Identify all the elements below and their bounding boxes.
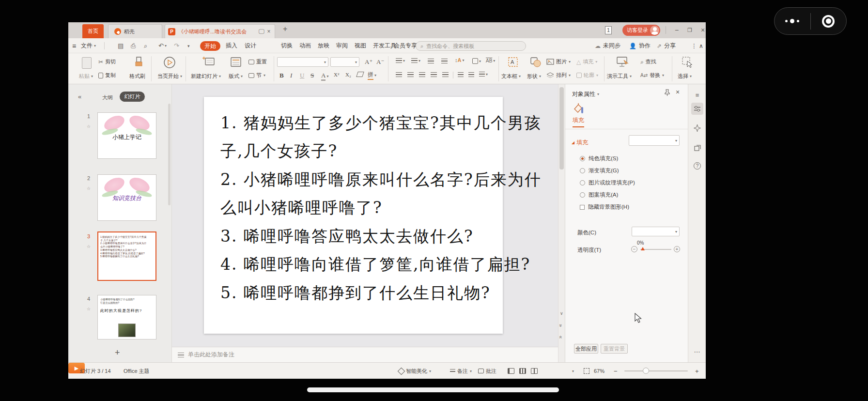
checkbox-hide-background[interactable]: 隐藏背景图形(H) bbox=[580, 203, 629, 211]
align-center-button[interactable] bbox=[407, 72, 414, 78]
canvas-scrollbar[interactable]: ∨ » « bbox=[558, 84, 565, 362]
format-painter-label-row[interactable]: 格式刷 bbox=[129, 73, 145, 80]
find-button[interactable]: ⌕查找 bbox=[640, 58, 656, 65]
select-icon-area[interactable] bbox=[682, 56, 693, 69]
strikethrough-button[interactable]: S bbox=[310, 72, 314, 79]
distribute-button[interactable] bbox=[442, 72, 449, 78]
scroll-down-icon[interactable]: ∨ bbox=[560, 311, 563, 316]
print-icon[interactable]: ⎙ bbox=[131, 38, 136, 53]
align-left-button[interactable] bbox=[396, 72, 402, 78]
notes-bar[interactable]: 单击此处添加备注 bbox=[172, 347, 558, 362]
collapse-ribbon-icon[interactable]: ∧ bbox=[699, 38, 703, 53]
theme-name[interactable]: Office 主题 bbox=[124, 363, 150, 379]
font-size-combo[interactable]: ▾ bbox=[330, 57, 359, 67]
zoom-slider-knob[interactable] bbox=[643, 368, 649, 374]
paste-button[interactable] bbox=[82, 57, 92, 70]
bold-button[interactable]: B bbox=[279, 72, 284, 79]
switch-panel-icon[interactable] bbox=[691, 141, 703, 154]
new-slide-label-row[interactable]: 新建幻灯片▾ bbox=[191, 73, 221, 80]
zoom-out-button[interactable]: − bbox=[614, 363, 618, 379]
smart-beautify-button[interactable]: 智能美化▾ bbox=[399, 363, 431, 379]
ribbon-tab-member[interactable]: 会员专享 bbox=[394, 38, 417, 53]
increase-indent-button[interactable] bbox=[441, 58, 448, 65]
play-from-current-button[interactable] bbox=[163, 56, 176, 70]
properties-tool-icon-active[interactable] bbox=[691, 103, 703, 115]
home-indicator[interactable] bbox=[307, 387, 559, 392]
fill-button[interactable]: △填充▾ bbox=[576, 58, 597, 65]
reset-background-button[interactable]: 重置背景 bbox=[601, 344, 628, 354]
save-icon[interactable]: ▤ bbox=[118, 38, 124, 53]
close-tab-icon[interactable]: × bbox=[267, 28, 271, 35]
transparency-track[interactable] bbox=[640, 249, 671, 250]
decrease-indent-button[interactable] bbox=[428, 58, 434, 65]
collaborate-button[interactable]: 👤 协作 bbox=[629, 38, 651, 53]
slide-thumbnail-3-selected[interactable]: 1.猪妈妈生了多少个猪宝宝?其中几个男孩 子,几个女孩子? 2.小猪唏哩呼噜原来… bbox=[97, 231, 156, 281]
undo-icon[interactable]: ↶▾ bbox=[158, 38, 167, 53]
numbered-list-button[interactable]: ▾ bbox=[411, 58, 420, 63]
more-options-icon[interactable] bbox=[775, 19, 810, 23]
print-preview-icon[interactable]: ⌕ bbox=[144, 38, 147, 53]
restore-button[interactable]: ❐ bbox=[683, 24, 696, 36]
share-button[interactable]: ⇗ 分享 bbox=[657, 38, 676, 53]
char-spacing-button[interactable]: AB▾ bbox=[486, 58, 495, 63]
tab-document[interactable]: P 《小猪唏哩呼...噜读书交流会 🖵 × bbox=[165, 24, 275, 38]
textbox-button[interactable]: 文本框▾ bbox=[501, 73, 521, 80]
font-family-combo[interactable]: ▾ bbox=[277, 57, 328, 67]
font-color-button[interactable]: A▾ bbox=[321, 72, 328, 81]
arrange-button[interactable]: 排列▾ bbox=[546, 72, 571, 79]
ribbon-tab-transition[interactable]: 切换 bbox=[281, 38, 293, 53]
line-spacing-button[interactable]: ↕A▾ bbox=[455, 57, 464, 63]
ribbon-tab-animation[interactable]: 动画 bbox=[299, 38, 311, 53]
radio-gradient-fill[interactable]: 渐变填充(G) bbox=[580, 167, 619, 174]
tab-home[interactable]: 首页 bbox=[82, 24, 104, 38]
justify-button[interactable] bbox=[431, 72, 437, 78]
hamburger-menu-icon[interactable]: ≡ bbox=[72, 38, 76, 53]
tab-docer[interactable]: 稻壳 bbox=[108, 24, 162, 38]
zoom-percentage[interactable]: 67% bbox=[594, 363, 604, 379]
pinyin-button[interactable]: 拼▾ bbox=[368, 71, 376, 80]
close-minimize-icon[interactable] bbox=[811, 15, 847, 28]
fit-slide-button[interactable] bbox=[584, 363, 589, 379]
paste-dropdown[interactable]: 粘贴▾ bbox=[79, 73, 93, 80]
radio-solid-fill[interactable]: 纯色填充(S) bbox=[580, 155, 618, 162]
subscript-button[interactable]: X₂ bbox=[345, 72, 351, 77]
help-icon[interactable]: ? bbox=[691, 160, 703, 172]
sidebar-scrollbar[interactable] bbox=[168, 104, 170, 205]
bullet-list-button[interactable]: ▾ bbox=[396, 58, 405, 63]
slide-canvas[interactable]: 1. 猪妈妈生了多少个猪宝宝?其中几个男孩 子,几个女孩子? 2. 小猪唏哩呼噜… bbox=[172, 84, 558, 347]
present-tools-icon-area[interactable] bbox=[616, 56, 629, 69]
sync-status[interactable]: ☁ 未同步 bbox=[595, 38, 620, 53]
color-combo[interactable]: ▾ bbox=[632, 227, 680, 236]
columns-2-button[interactable] bbox=[468, 72, 474, 78]
layout-button[interactable] bbox=[230, 57, 242, 69]
select-button[interactable]: 选择▾ bbox=[678, 73, 692, 80]
ribbon-tab-home[interactable]: 开始 bbox=[200, 41, 220, 51]
document-count-badge[interactable]: 1 bbox=[605, 26, 612, 34]
ribbon-tab-insert[interactable]: 插入 bbox=[226, 38, 237, 53]
transparency-increase-button[interactable]: + bbox=[674, 246, 680, 252]
apply-all-button[interactable]: 全部应用 bbox=[574, 344, 598, 354]
text-direction-button[interactable]: ▾ bbox=[472, 58, 481, 64]
align-right-button[interactable] bbox=[419, 72, 425, 78]
strip-menu-icon[interactable]: ≡ bbox=[691, 89, 703, 101]
reading-view-button[interactable] bbox=[531, 363, 538, 379]
underline-button[interactable]: U bbox=[300, 72, 304, 79]
ribbon-tab-view[interactable]: 视图 bbox=[355, 38, 366, 53]
ribbon-tab-review[interactable]: 审阅 bbox=[336, 38, 348, 53]
cut-button[interactable]: ✂剪切 bbox=[98, 58, 116, 65]
copy-button[interactable]: 复制 bbox=[98, 72, 116, 79]
slide-sorter-button[interactable] bbox=[519, 363, 526, 379]
slide-thumbnail-1[interactable]: 小猪上学记 bbox=[97, 112, 156, 159]
ribbon-tab-design[interactable]: 设计 bbox=[245, 38, 256, 53]
next-slide-icon[interactable]: « bbox=[558, 336, 564, 339]
slide-thumbnail-4[interactable]: 小猪唏哩呼噜遇到了什么危险? 它是怎么脱险的? 此时的大狼是怎样的? bbox=[97, 295, 156, 339]
outline-button[interactable]: 轮廓▾ bbox=[576, 72, 598, 79]
radio-picture-fill[interactable]: 图片或纹理填充(P) bbox=[580, 179, 635, 186]
play-options-caret[interactable]: ▾ bbox=[572, 363, 574, 379]
zoom-in-button[interactable]: + bbox=[695, 363, 699, 379]
pin-panel-icon[interactable] bbox=[664, 89, 670, 98]
italic-button[interactable]: I bbox=[290, 72, 292, 79]
panel-title-row[interactable]: 对象属性▾ bbox=[572, 90, 599, 98]
outline-tab[interactable]: 大纲 bbox=[102, 94, 113, 101]
shape-button-icon-area[interactable] bbox=[530, 56, 542, 69]
